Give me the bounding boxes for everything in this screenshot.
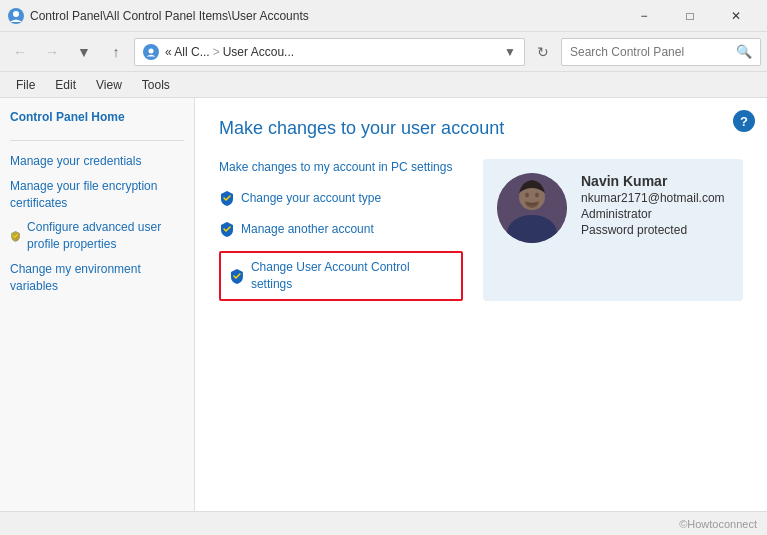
back-button[interactable]: ← [6,38,34,66]
file-menu[interactable]: File [8,75,43,95]
maximize-button[interactable]: □ [667,0,713,32]
recent-locations-button[interactable]: ▼ [70,38,98,66]
minimize-button[interactable]: − [621,0,667,32]
user-section: Make changes to my account in PC setting… [219,159,743,301]
window-title: Control Panel\All Control Panel Items\Us… [30,9,621,23]
search-input[interactable] [570,45,732,59]
address-dropdown-icon[interactable]: ▼ [504,45,516,59]
sidebar-item-advanced-profile[interactable]: Configure advanced user profile properti… [10,219,184,253]
sidebar-divider [10,140,184,141]
search-box[interactable]: 🔍 [561,38,761,66]
user-email: nkumar2171@hotmail.com [581,191,725,205]
footer: ©Howtoconnect [0,511,767,535]
sidebar-item-environment[interactable]: Change my environment variables [10,261,184,295]
user-info: Navin Kumar nkumar2171@hotmail.com Admin… [581,173,725,237]
shield-icon-account-type [219,190,235,206]
address-path: « All C... > User Accou... [165,45,498,59]
footer-copyright: ©Howtoconnect [679,518,757,530]
content-area: Make changes to your user account ? Make… [195,98,767,511]
sidebar-item-file-encryption[interactable]: Manage your file encryption certificates [10,178,184,212]
help-button[interactable]: ? [733,110,755,132]
sidebar-item-manage-credentials[interactable]: Manage your credentials [10,153,184,170]
user-card: Navin Kumar nkumar2171@hotmail.com Admin… [483,159,743,301]
svg-point-0 [13,11,19,17]
uac-settings-link[interactable]: Change User Account Control settings [219,251,463,301]
search-icon: 🔍 [736,44,752,59]
sidebar: Control Panel Home Manage your credentia… [0,98,195,511]
menu-bar: File Edit View Tools [0,72,767,98]
user-role: Administrator [581,207,725,221]
up-button[interactable]: ↑ [102,38,130,66]
svg-point-1 [149,48,154,53]
shield-icon [10,228,21,244]
window-icon [8,8,24,24]
view-menu[interactable]: View [88,75,130,95]
close-button[interactable]: ✕ [713,0,759,32]
address-icon [143,44,159,60]
avatar-image [497,173,567,243]
refresh-button[interactable]: ↻ [529,38,557,66]
main-layout: Control Panel Home Manage your credentia… [0,98,767,511]
page-title: Make changes to your user account [219,118,743,139]
address-current: User Accou... [223,45,294,59]
title-bar: Control Panel\All Control Panel Items\Us… [0,0,767,32]
avatar [497,173,567,243]
address-field[interactable]: « All C... > User Accou... ▼ [134,38,525,66]
address-bar: ← → ▼ ↑ « All C... > User Accou... ▼ ↻ 🔍 [0,32,767,72]
pc-settings-link[interactable]: Make changes to my account in PC setting… [219,159,463,176]
forward-button[interactable]: → [38,38,66,66]
manage-another-account-link[interactable]: Manage another account [219,221,463,238]
shield-icon-uac [229,268,245,284]
svg-point-4 [525,193,529,198]
user-name: Navin Kumar [581,173,725,189]
tools-menu[interactable]: Tools [134,75,178,95]
address-separator: > [213,45,220,59]
shield-icon-manage-account [219,221,235,237]
actions-column: Make changes to my account in PC setting… [219,159,463,301]
svg-point-5 [535,193,539,198]
address-prefix: « All C... [165,45,210,59]
sidebar-home-link[interactable]: Control Panel Home [10,110,184,124]
user-status: Password protected [581,223,725,237]
change-account-type-link[interactable]: Change your account type [219,190,463,207]
edit-menu[interactable]: Edit [47,75,84,95]
window-controls: − □ ✕ [621,0,759,32]
